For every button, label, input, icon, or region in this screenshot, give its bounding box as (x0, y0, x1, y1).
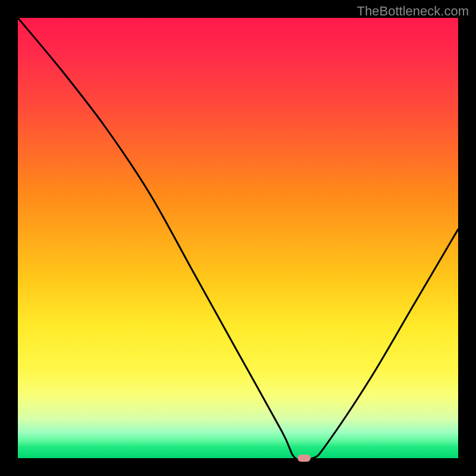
optimal-marker (298, 455, 311, 462)
curve-svg (18, 18, 458, 458)
chart-container: TheBottleneck.com (0, 0, 476, 476)
plot-area (18, 18, 458, 458)
watermark-text: TheBottleneck.com (357, 4, 469, 19)
bottleneck-curve-path (18, 18, 458, 458)
